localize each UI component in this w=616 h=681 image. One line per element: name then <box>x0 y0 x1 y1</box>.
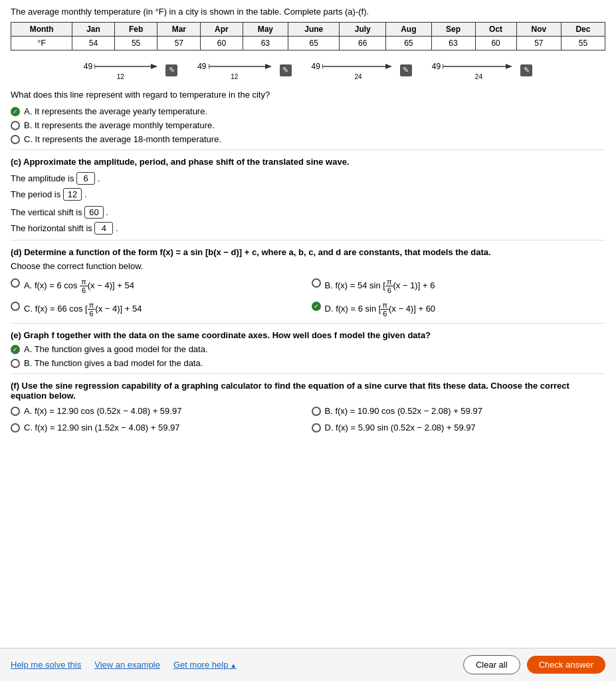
table-cell-6: 66 <box>340 37 386 50</box>
horizontal-shift-dot: . <box>116 223 118 233</box>
vertical-shift-value[interactable]: 60 <box>84 206 103 219</box>
radio-d-c[interactable] <box>11 302 20 311</box>
amplitude-line: The amplitude is 6 . <box>11 172 605 185</box>
col-jan: Jan <box>72 23 114 37</box>
check-answer-button[interactable]: Check answer <box>527 656 605 674</box>
part-f-option-c[interactable]: C. f(x) = 12.90 sin (1.52x − 4.08) + 59.… <box>11 423 305 433</box>
nl1-edit-icon[interactable] <box>165 64 177 76</box>
divider-3 <box>11 323 605 324</box>
table-cell-10: 57 <box>516 37 561 50</box>
graph-item-2: 49 12 <box>197 60 291 80</box>
part-f-option-d[interactable]: D. f(x) = 5.90 sin (0.52x − 2.08) + 59.9… <box>312 423 606 433</box>
view-example-link[interactable]: View an example <box>94 660 160 670</box>
nl4-edit-icon[interactable] <box>520 64 532 76</box>
nl3-tick: 24 <box>355 73 362 80</box>
radio-e-b[interactable] <box>11 359 20 368</box>
part-f-option-a[interactable]: A. f(x) = 12.90 cos (0.52x − 4.08) + 59.… <box>11 406 305 416</box>
part-b-option-c[interactable]: C. It represents the average 18-month te… <box>11 134 605 144</box>
svg-marker-4 <box>265 64 272 69</box>
part-f-option-b[interactable]: B. f(x) = 10.90 cos (0.52x − 2.08) + 59.… <box>312 406 606 416</box>
amplitude-value[interactable]: 6 <box>76 172 95 185</box>
radio-b[interactable] <box>11 121 20 130</box>
help-me-solve-link[interactable]: Help me solve this <box>11 660 81 670</box>
get-more-help-link[interactable]: Get more help <box>173 660 237 670</box>
option-label-d-a: A. f(x) = 6 cos π6(x − 4)] + 54 <box>24 278 134 294</box>
option-label-f-b: B. f(x) = 10.90 cos (0.52x − 2.08) + 59.… <box>325 406 482 416</box>
option-label-a: A. It represents the average yearly temp… <box>24 106 207 116</box>
table-cell-7: 65 <box>386 37 431 50</box>
horizontal-shift-value[interactable]: 4 <box>94 222 113 235</box>
col-feb: Feb <box>114 23 157 37</box>
part-b-option-b[interactable]: B. It represents the average monthly tem… <box>11 120 605 130</box>
nl4-label: 49 <box>432 62 441 71</box>
option-label-e-a: A. The function gives a good model for t… <box>24 344 208 354</box>
col-month: Month <box>11 23 72 37</box>
intro-text: The average monthly temperature (in °F) … <box>11 7 605 17</box>
period-label: The period is <box>11 189 60 199</box>
part-b-option-a[interactable]: A. It represents the average yearly temp… <box>11 106 605 116</box>
vertical-shift-dot: . <box>106 207 108 217</box>
graph-item-4: 49 24 <box>432 60 532 80</box>
divider-2 <box>11 240 605 241</box>
part-b-options: A. It represents the average yearly temp… <box>11 106 605 144</box>
col-oct: Oct <box>475 23 516 37</box>
clear-all-button[interactable]: Clear all <box>463 655 520 674</box>
radio-e-a[interactable] <box>11 345 20 354</box>
part-d-choose: Choose the correct function below. <box>11 261 605 271</box>
period-dot: . <box>84 189 87 199</box>
bottom-right: Clear all Check answer <box>463 655 605 674</box>
option-label-f-a: A. f(x) = 12.90 cos (0.52x − 4.08) + 59.… <box>24 406 181 416</box>
nl4-tick: 24 <box>475 73 482 80</box>
part-e-options: A. The function gives a good model for t… <box>11 344 605 368</box>
part-d-options: A. f(x) = 6 cos π6(x − 4)] + 54B. f(x) =… <box>11 278 605 318</box>
table-cell-5: 65 <box>288 37 340 50</box>
amplitude-label: The amplitude is <box>11 173 74 183</box>
svg-marker-10 <box>506 64 512 69</box>
radio-d-a[interactable] <box>11 278 20 288</box>
option-label-d-c: C. f(x) = 66 cos [π6(x − 4)] + 54 <box>24 301 142 318</box>
graph-item-1: 49 12 <box>84 60 177 80</box>
table-cell-9: 60 <box>475 37 516 50</box>
data-table: Month Jan Feb Mar Apr May June July Aug … <box>11 22 605 50</box>
nl4-svg <box>443 60 516 73</box>
horizontal-shift-line: The horizontal shift is 4 . <box>11 222 605 235</box>
option-label-f-d: D. f(x) = 5.90 sin (0.52x − 2.08) + 59.9… <box>325 423 476 433</box>
divider-4 <box>11 373 605 374</box>
part-d-title: (d) Determine a function of the form f(x… <box>11 247 605 257</box>
nl1-svg <box>94 60 161 73</box>
radio-f-c[interactable] <box>11 423 20 433</box>
part-c-title: (c) Approximate the amplitude, period, a… <box>11 157 605 167</box>
table-cell-3: 60 <box>201 37 243 50</box>
radio-f-b[interactable] <box>312 407 321 416</box>
col-nov: Nov <box>516 23 561 37</box>
radio-d-d[interactable] <box>312 302 321 311</box>
vertical-shift-label: The vertical shift is <box>11 207 82 217</box>
part-d-option-a[interactable]: A. f(x) = 6 cos π6(x − 4)] + 54 <box>11 278 305 294</box>
part-d-option-b[interactable]: B. f(x) = 54 sin [π6(x − 1)] + 6 <box>312 278 606 294</box>
radio-d-b[interactable] <box>312 278 321 288</box>
option-label-f-c: C. f(x) = 12.90 sin (1.52x − 4.08) + 59.… <box>24 423 180 433</box>
col-may: May <box>243 23 288 37</box>
bottom-links: Help me solve this View an example Get m… <box>11 660 237 670</box>
nl3-edit-icon[interactable] <box>400 64 412 76</box>
col-sep: Sep <box>431 23 475 37</box>
nl2-edit-icon[interactable] <box>280 64 292 76</box>
option-label-e-b: B. The function gives a bad model for th… <box>24 358 203 368</box>
part-b-question: What does this line represent with regar… <box>11 90 605 100</box>
option-label-c: C. It represents the average 18-month te… <box>24 134 221 144</box>
col-mar: Mar <box>157 23 201 37</box>
part-e-option-a[interactable]: A. The function gives a good model for t… <box>11 344 605 354</box>
part-e-option-b[interactable]: B. The function gives a bad model for th… <box>11 358 605 368</box>
part-d-option-d[interactable]: D. f(x) = 6 sin [π6(x − 4)] + 60 <box>312 301 606 318</box>
radio-c[interactable] <box>11 135 20 144</box>
period-value[interactable]: 12 <box>63 188 82 201</box>
radio-f-a[interactable] <box>11 407 20 416</box>
number-line-3: 49 24 <box>312 60 395 80</box>
graph-item-3: 49 24 <box>312 60 412 80</box>
part-d-option-c[interactable]: C. f(x) = 66 cos [π6(x − 4)] + 54 <box>11 301 305 318</box>
part-e-title: (e) Graph f together with the data on th… <box>11 330 605 340</box>
radio-f-d[interactable] <box>312 423 321 433</box>
col-june: June <box>288 23 340 37</box>
radio-a[interactable] <box>11 107 20 116</box>
svg-marker-1 <box>151 64 157 69</box>
